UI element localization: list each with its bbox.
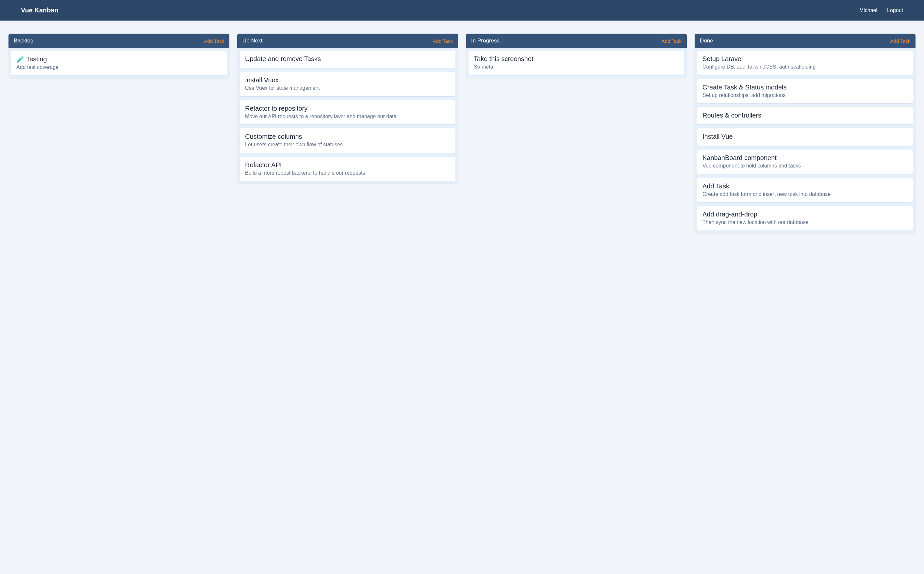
column-header: In ProgressAdd Task	[466, 34, 687, 48]
task-description: Set up relationships, add migrations	[703, 92, 908, 99]
task-description: Let users create their own flow of statu…	[245, 141, 450, 148]
task-title: Setup Laravel	[703, 55, 908, 63]
column-title: Backlog	[14, 38, 33, 44]
task-card[interactable]: Refactor APIBuild a more robust backend …	[240, 157, 455, 181]
task-card[interactable]: 🧪 TestingAdd test coverage	[11, 50, 227, 76]
task-title: 🧪 Testing	[16, 55, 221, 63]
add-task-button[interactable]: Add Task	[662, 38, 682, 44]
cards-list: Take this screenshotSo meta	[466, 48, 687, 78]
add-task-button[interactable]: Add Task	[890, 38, 910, 44]
task-description: Create add task form and insert new task…	[703, 191, 908, 198]
app-title: Vue Kanban	[21, 6, 58, 14]
task-description: Vue component to hold columns and tasks	[703, 162, 908, 169]
task-title: Create Task & Status models	[703, 84, 908, 91]
add-task-button[interactable]: Add Task	[204, 38, 224, 44]
user-link[interactable]: Michael	[859, 8, 877, 13]
column-header: BacklogAdd Task	[8, 34, 229, 48]
header: Vue Kanban Michael Logout	[0, 0, 924, 20]
task-card[interactable]: KanbanBoard componentVue component to ho…	[697, 150, 913, 174]
column: In ProgressAdd TaskTake this screenshotS…	[466, 34, 687, 78]
task-card[interactable]: Routes & controllers	[697, 107, 913, 125]
task-title: Install Vue	[703, 133, 908, 140]
header-nav: Michael Logout	[859, 8, 903, 13]
add-task-button[interactable]: Add Task	[433, 38, 453, 44]
task-description: So meta	[474, 63, 679, 71]
kanban-board: BacklogAdd Task🧪 TestingAdd test coverag…	[0, 20, 924, 246]
task-card[interactable]: Add drag-and-dropThen sync the new locat…	[697, 206, 913, 230]
task-card[interactable]: Refactor to repositoryMove our API reque…	[240, 100, 455, 125]
task-title: Routes & controllers	[703, 112, 908, 119]
task-card[interactable]: Install VuexUse Vuex for state managemen…	[240, 72, 455, 96]
task-description: Then sync the new location with our data…	[703, 219, 908, 226]
task-title: Update and remove Tasks	[245, 55, 450, 63]
cards-list: 🧪 TestingAdd test coverage	[8, 48, 229, 78]
column-header: Up NextAdd Task	[237, 34, 458, 48]
task-description: Build a more robust backend to handle ou…	[245, 169, 450, 177]
task-card[interactable]: Install Vue	[697, 128, 913, 146]
task-card[interactable]: Add TaskCreate add task form and insert …	[697, 178, 913, 202]
logout-link[interactable]: Logout	[887, 8, 903, 13]
task-title: Add drag-and-drop	[703, 211, 908, 218]
column-header: DoneAdd Task	[695, 34, 916, 48]
task-card[interactable]: Create Task & Status modelsSet up relati…	[697, 79, 913, 104]
column-title: Done	[700, 38, 713, 44]
task-title: Customize columns	[245, 133, 450, 140]
cards-list: Update and remove TasksInstall VuexUse V…	[237, 48, 458, 183]
task-title: KanbanBoard component	[703, 154, 908, 162]
task-title: Refactor to repository	[245, 105, 450, 112]
column-title: Up Next	[242, 38, 262, 44]
task-description: Use Vuex for state management	[245, 85, 450, 92]
task-card[interactable]: Setup LaravelConfigure DB, add TailwindC…	[697, 50, 913, 75]
task-title: Refactor API	[245, 161, 450, 169]
task-title: Take this screenshot	[474, 55, 679, 63]
column: Up NextAdd TaskUpdate and remove TasksIn…	[237, 34, 458, 183]
cards-list: Setup LaravelConfigure DB, add TailwindC…	[695, 48, 916, 233]
task-card[interactable]: Update and remove Tasks	[240, 50, 455, 68]
column: DoneAdd TaskSetup LaravelConfigure DB, a…	[695, 34, 916, 233]
task-card[interactable]: Take this screenshotSo meta	[469, 50, 684, 75]
task-description: Add test coverage	[16, 64, 221, 71]
task-title: Install Vuex	[245, 76, 450, 84]
task-title: Add Task	[703, 183, 908, 190]
column-title: In Progress	[471, 38, 499, 44]
task-card[interactable]: Customize columnsLet users create their …	[240, 128, 455, 153]
task-description: Configure DB, add TailwindCSS, auth scaf…	[703, 63, 908, 71]
task-description: Move our API requests to a repository la…	[245, 113, 450, 120]
column: BacklogAdd Task🧪 TestingAdd test coverag…	[8, 34, 229, 78]
